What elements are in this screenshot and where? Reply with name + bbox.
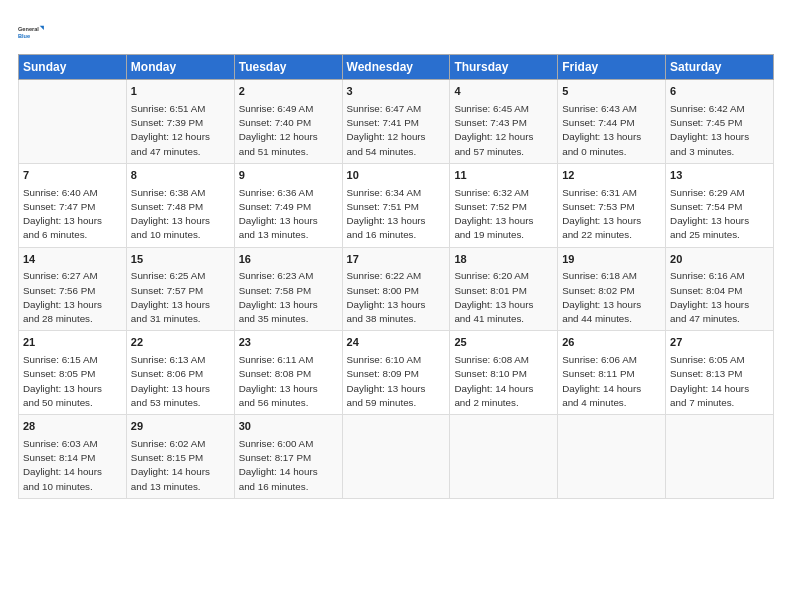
day-number: 1 (131, 84, 230, 100)
calendar-cell: 9Sunrise: 6:36 AM Sunset: 7:49 PM Daylig… (234, 163, 342, 247)
day-number: 16 (239, 252, 338, 268)
cell-text: Sunrise: 6:08 AM Sunset: 8:10 PM Dayligh… (454, 353, 553, 410)
calendar-cell: 28Sunrise: 6:03 AM Sunset: 8:14 PM Dayli… (19, 415, 127, 499)
cell-text: Sunrise: 6:00 AM Sunset: 8:17 PM Dayligh… (239, 437, 338, 494)
calendar-cell (19, 80, 127, 164)
cell-text: Sunrise: 6:16 AM Sunset: 8:04 PM Dayligh… (670, 269, 769, 326)
day-number: 9 (239, 168, 338, 184)
cell-text: Sunrise: 6:11 AM Sunset: 8:08 PM Dayligh… (239, 353, 338, 410)
logo-icon: GeneralBlue (18, 18, 46, 46)
calendar-cell: 10Sunrise: 6:34 AM Sunset: 7:51 PM Dayli… (342, 163, 450, 247)
cell-text: Sunrise: 6:42 AM Sunset: 7:45 PM Dayligh… (670, 102, 769, 159)
calendar-cell: 5Sunrise: 6:43 AM Sunset: 7:44 PM Daylig… (558, 80, 666, 164)
calendar-cell: 23Sunrise: 6:11 AM Sunset: 8:08 PM Dayli… (234, 331, 342, 415)
calendar-cell: 6Sunrise: 6:42 AM Sunset: 7:45 PM Daylig… (666, 80, 774, 164)
table-row: 28Sunrise: 6:03 AM Sunset: 8:14 PM Dayli… (19, 415, 774, 499)
col-header-saturday: Saturday (666, 55, 774, 80)
day-number: 28 (23, 419, 122, 435)
calendar-cell: 3Sunrise: 6:47 AM Sunset: 7:41 PM Daylig… (342, 80, 450, 164)
calendar-cell: 2Sunrise: 6:49 AM Sunset: 7:40 PM Daylig… (234, 80, 342, 164)
cell-text: Sunrise: 6:22 AM Sunset: 8:00 PM Dayligh… (347, 269, 446, 326)
day-number: 4 (454, 84, 553, 100)
cell-text: Sunrise: 6:20 AM Sunset: 8:01 PM Dayligh… (454, 269, 553, 326)
col-header-tuesday: Tuesday (234, 55, 342, 80)
table-header-row: SundayMondayTuesdayWednesdayThursdayFrid… (19, 55, 774, 80)
svg-marker-2 (40, 26, 44, 30)
table-row: 7Sunrise: 6:40 AM Sunset: 7:47 PM Daylig… (19, 163, 774, 247)
day-number: 26 (562, 335, 661, 351)
cell-text: Sunrise: 6:38 AM Sunset: 7:48 PM Dayligh… (131, 186, 230, 243)
day-number: 3 (347, 84, 446, 100)
logo: GeneralBlue (18, 18, 46, 46)
day-number: 11 (454, 168, 553, 184)
calendar-cell (558, 415, 666, 499)
cell-text: Sunrise: 6:32 AM Sunset: 7:52 PM Dayligh… (454, 186, 553, 243)
cell-text: Sunrise: 6:06 AM Sunset: 8:11 PM Dayligh… (562, 353, 661, 410)
day-number: 24 (347, 335, 446, 351)
cell-text: Sunrise: 6:43 AM Sunset: 7:44 PM Dayligh… (562, 102, 661, 159)
calendar-cell: 29Sunrise: 6:02 AM Sunset: 8:15 PM Dayli… (126, 415, 234, 499)
col-header-monday: Monday (126, 55, 234, 80)
calendar-cell (342, 415, 450, 499)
col-header-sunday: Sunday (19, 55, 127, 80)
cell-text: Sunrise: 6:45 AM Sunset: 7:43 PM Dayligh… (454, 102, 553, 159)
day-number: 15 (131, 252, 230, 268)
calendar-cell: 11Sunrise: 6:32 AM Sunset: 7:52 PM Dayli… (450, 163, 558, 247)
svg-text:Blue: Blue (18, 33, 30, 39)
day-number: 25 (454, 335, 553, 351)
day-number: 17 (347, 252, 446, 268)
cell-text: Sunrise: 6:03 AM Sunset: 8:14 PM Dayligh… (23, 437, 122, 494)
calendar-cell: 18Sunrise: 6:20 AM Sunset: 8:01 PM Dayli… (450, 247, 558, 331)
cell-text: Sunrise: 6:34 AM Sunset: 7:51 PM Dayligh… (347, 186, 446, 243)
cell-text: Sunrise: 6:49 AM Sunset: 7:40 PM Dayligh… (239, 102, 338, 159)
day-number: 18 (454, 252, 553, 268)
cell-text: Sunrise: 6:27 AM Sunset: 7:56 PM Dayligh… (23, 269, 122, 326)
calendar-cell: 7Sunrise: 6:40 AM Sunset: 7:47 PM Daylig… (19, 163, 127, 247)
cell-text: Sunrise: 6:40 AM Sunset: 7:47 PM Dayligh… (23, 186, 122, 243)
calendar-cell: 25Sunrise: 6:08 AM Sunset: 8:10 PM Dayli… (450, 331, 558, 415)
day-number: 14 (23, 252, 122, 268)
calendar-table: SundayMondayTuesdayWednesdayThursdayFrid… (18, 54, 774, 499)
calendar-cell: 12Sunrise: 6:31 AM Sunset: 7:53 PM Dayli… (558, 163, 666, 247)
calendar-cell: 24Sunrise: 6:10 AM Sunset: 8:09 PM Dayli… (342, 331, 450, 415)
calendar-cell: 8Sunrise: 6:38 AM Sunset: 7:48 PM Daylig… (126, 163, 234, 247)
cell-text: Sunrise: 6:13 AM Sunset: 8:06 PM Dayligh… (131, 353, 230, 410)
calendar-cell: 15Sunrise: 6:25 AM Sunset: 7:57 PM Dayli… (126, 247, 234, 331)
day-number: 5 (562, 84, 661, 100)
calendar-cell: 22Sunrise: 6:13 AM Sunset: 8:06 PM Dayli… (126, 331, 234, 415)
calendar-cell: 20Sunrise: 6:16 AM Sunset: 8:04 PM Dayli… (666, 247, 774, 331)
calendar-cell: 13Sunrise: 6:29 AM Sunset: 7:54 PM Dayli… (666, 163, 774, 247)
calendar-cell (450, 415, 558, 499)
table-row: 1Sunrise: 6:51 AM Sunset: 7:39 PM Daylig… (19, 80, 774, 164)
day-number: 27 (670, 335, 769, 351)
cell-text: Sunrise: 6:18 AM Sunset: 8:02 PM Dayligh… (562, 269, 661, 326)
day-number: 21 (23, 335, 122, 351)
calendar-cell: 21Sunrise: 6:15 AM Sunset: 8:05 PM Dayli… (19, 331, 127, 415)
cell-text: Sunrise: 6:05 AM Sunset: 8:13 PM Dayligh… (670, 353, 769, 410)
calendar-cell: 30Sunrise: 6:00 AM Sunset: 8:17 PM Dayli… (234, 415, 342, 499)
day-number: 6 (670, 84, 769, 100)
cell-text: Sunrise: 6:10 AM Sunset: 8:09 PM Dayligh… (347, 353, 446, 410)
calendar-cell: 4Sunrise: 6:45 AM Sunset: 7:43 PM Daylig… (450, 80, 558, 164)
calendar-cell (666, 415, 774, 499)
calendar-cell: 19Sunrise: 6:18 AM Sunset: 8:02 PM Dayli… (558, 247, 666, 331)
cell-text: Sunrise: 6:15 AM Sunset: 8:05 PM Dayligh… (23, 353, 122, 410)
svg-text:General: General (18, 26, 39, 32)
calendar-cell: 26Sunrise: 6:06 AM Sunset: 8:11 PM Dayli… (558, 331, 666, 415)
calendar-cell: 14Sunrise: 6:27 AM Sunset: 7:56 PM Dayli… (19, 247, 127, 331)
cell-text: Sunrise: 6:25 AM Sunset: 7:57 PM Dayligh… (131, 269, 230, 326)
calendar-cell: 1Sunrise: 6:51 AM Sunset: 7:39 PM Daylig… (126, 80, 234, 164)
day-number: 29 (131, 419, 230, 435)
calendar-cell: 27Sunrise: 6:05 AM Sunset: 8:13 PM Dayli… (666, 331, 774, 415)
cell-text: Sunrise: 6:31 AM Sunset: 7:53 PM Dayligh… (562, 186, 661, 243)
table-row: 21Sunrise: 6:15 AM Sunset: 8:05 PM Dayli… (19, 331, 774, 415)
day-number: 12 (562, 168, 661, 184)
day-number: 7 (23, 168, 122, 184)
day-number: 2 (239, 84, 338, 100)
cell-text: Sunrise: 6:23 AM Sunset: 7:58 PM Dayligh… (239, 269, 338, 326)
cell-text: Sunrise: 6:29 AM Sunset: 7:54 PM Dayligh… (670, 186, 769, 243)
calendar-cell: 16Sunrise: 6:23 AM Sunset: 7:58 PM Dayli… (234, 247, 342, 331)
cell-text: Sunrise: 6:02 AM Sunset: 8:15 PM Dayligh… (131, 437, 230, 494)
cell-text: Sunrise: 6:51 AM Sunset: 7:39 PM Dayligh… (131, 102, 230, 159)
day-number: 23 (239, 335, 338, 351)
